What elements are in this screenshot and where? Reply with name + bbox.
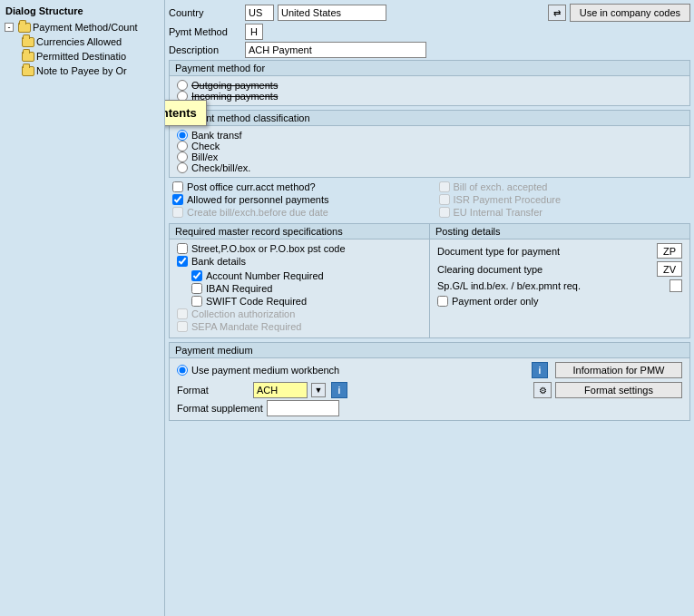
sidebar-item-permitted[interactable]: Permitted Destinatio	[0, 49, 164, 64]
browse-icon: ▼	[315, 386, 323, 395]
format-settings-button[interactable]: Format settings	[555, 382, 682, 398]
swift-checkbox-item[interactable]: SWIFT Code Required	[191, 296, 422, 307]
spgl-checkbox[interactable]	[670, 279, 682, 292]
checkboxes-section: Post office curr.acct method? Allowed fo…	[169, 181, 690, 220]
use-pmw-row: Use payment medium workbench i Informati…	[177, 362, 682, 378]
outgoing-payments-radio-item[interactable]: Outgoing payments	[177, 80, 682, 91]
folder-icon	[18, 21, 31, 34]
payment-method-for-header: Payment method for	[170, 61, 689, 76]
personnel-payments-checkbox[interactable]	[172, 194, 183, 205]
eu-internal-transfer-label: EU Internal Transfer	[454, 207, 542, 218]
format-row: Format ▼ i ⚙ Format settings	[177, 382, 682, 398]
description-row: Description	[169, 42, 690, 58]
note-folder-icon	[22, 64, 34, 77]
pymt-method-label: Pymt Method	[169, 26, 241, 37]
transfer-icon: ⇄	[553, 8, 561, 18]
post-office-checkbox[interactable]	[172, 181, 183, 192]
format-input[interactable]	[253, 382, 308, 398]
bank-details-sub: Account Number Required IBAN Required SW…	[177, 270, 422, 307]
payment-method-for-content: Outgoing payments Incoming payments	[170, 76, 689, 105]
sidebar-label-note: Note to Payee by Or	[36, 65, 127, 76]
bank-transf-radio-item[interactable]: Bank transf	[177, 130, 682, 141]
payment-method-for-panel: Payment method for Outgoing payments Inc…	[169, 60, 690, 106]
doc-type-payment-label: Document type for payment	[437, 246, 657, 257]
eu-internal-transfer-checkbox-item: EU Internal Transfer	[439, 207, 688, 218]
check-label: Check	[191, 141, 220, 152]
personnel-payments-checkbox-item[interactable]: Allowed for personnel payments	[172, 194, 421, 205]
account-number-checkbox-item[interactable]: Account Number Required	[191, 270, 422, 281]
account-number-checkbox[interactable]	[191, 270, 202, 281]
collection-auth-checkbox[interactable]	[177, 308, 188, 319]
incoming-payments-radio-item[interactable]: Incoming payments	[177, 91, 682, 102]
country-name-input[interactable]	[278, 5, 386, 21]
post-office-checkbox-item[interactable]: Post office curr.acct method?	[172, 181, 421, 192]
outgoing-radio[interactable]	[177, 80, 188, 91]
check-bill-ex-radio[interactable]	[177, 162, 188, 173]
sidebar-label-currencies: Currencies Allowed	[36, 36, 122, 47]
check-bill-ex-radio-item[interactable]: Check/bill/ex.	[177, 162, 682, 173]
swift-checkbox[interactable]	[191, 296, 202, 307]
format-settings-icon-btn[interactable]: ⚙	[533, 382, 552, 398]
bank-details-checkbox[interactable]	[177, 256, 188, 267]
create-bill-checkbox[interactable]	[172, 207, 183, 218]
account-number-label: Account Number Required	[206, 270, 324, 281]
use-in-company-button[interactable]: Use in company codes	[570, 4, 690, 22]
bank-transf-label: Bank transf	[191, 130, 242, 141]
payment-order-only-label: Payment order only	[452, 296, 538, 307]
use-pmw-radio-group: Use payment medium workbench	[177, 365, 524, 376]
iban-checkbox[interactable]	[191, 283, 202, 294]
sidebar-item-currencies[interactable]: Currencies Allowed	[0, 34, 164, 49]
info-for-pmw-button[interactable]: Information for PMW	[555, 362, 682, 378]
payment-order-only-checkbox[interactable]	[437, 296, 448, 307]
checkboxes-right: Bill of exch. accepted ISR Payment Proce…	[439, 181, 688, 220]
clearing-doc-type-row: Clearing document type	[437, 261, 682, 277]
isr-payment-checkbox-item: ISR Payment Procedure	[439, 194, 688, 205]
street-po-checkbox[interactable]	[177, 243, 188, 254]
check-radio-item[interactable]: Check	[177, 141, 682, 152]
payment-order-only-item[interactable]: Payment order only	[437, 296, 682, 307]
sidebar-item-note-to-payee[interactable]: Note to Payee by Or	[0, 64, 164, 78]
sepa-mandate-label: SEPA Mandate Required	[191, 321, 301, 332]
collection-auth-label: Collection authorization	[191, 308, 295, 319]
classification-panel: Payment method classification Bank trans…	[169, 110, 690, 178]
tree-collapse-icon: -	[4, 21, 16, 34]
sidebar-label-payment-method: Payment Method/Count	[33, 22, 138, 33]
bank-transf-radio[interactable]	[177, 130, 188, 141]
format-label: Format	[177, 385, 249, 396]
bank-details-checkbox-item[interactable]: Bank details	[177, 256, 422, 267]
company-codes-icon-btn[interactable]: ⇄	[548, 5, 566, 21]
description-input[interactable]	[245, 42, 426, 58]
street-po-label: Street,P.O.box or P.O.box pst code	[191, 243, 346, 254]
settings-icon: ⚙	[539, 386, 547, 396]
format-info-icon[interactable]: i	[331, 382, 347, 398]
country-label: Country	[169, 7, 241, 18]
isr-payment-checkbox[interactable]	[439, 194, 450, 205]
check-radio[interactable]	[177, 141, 188, 152]
swift-label: SWIFT Code Required	[206, 296, 307, 307]
format-supplement-input[interactable]	[267, 400, 339, 416]
isr-payment-label: ISR Payment Procedure	[454, 194, 562, 205]
bill-ex-radio-item[interactable]: Bill/ex	[177, 152, 682, 162]
sepa-mandate-checkbox[interactable]	[177, 321, 188, 332]
doc-type-payment-row: Document type for payment	[437, 243, 682, 259]
iban-checkbox-item[interactable]: IBAN Required	[191, 283, 422, 294]
format-browse-icon[interactable]: ▼	[311, 383, 326, 397]
bill-ex-radio[interactable]	[177, 152, 188, 162]
country-code-input[interactable]	[245, 5, 274, 21]
bill-exch-accepted-checkbox[interactable]	[439, 181, 450, 192]
bill-exch-accepted-label: Bill of exch. accepted	[454, 181, 548, 192]
format-supplement-label: Format supplement	[177, 403, 263, 414]
eu-internal-transfer-checkbox[interactable]	[439, 207, 450, 218]
street-po-checkbox-item[interactable]: Street,P.O.box or P.O.box pst code	[177, 243, 422, 254]
clearing-doc-type-label: Clearing document type	[437, 264, 657, 275]
spgl-label: Sp.G/L ind.b/ex. / b/ex.pmnt req.	[437, 280, 670, 291]
clearing-doc-type-input[interactable]	[657, 261, 682, 277]
bank-details-label: Bank details	[191, 256, 246, 267]
doc-type-payment-input[interactable]	[657, 243, 682, 259]
country-row: Country ⇄ Use in company codes	[169, 4, 690, 22]
sidebar-item-payment-method[interactable]: - Payment Method/Count	[0, 20, 164, 34]
personnel-payments-label: Allowed for personnel payments	[187, 194, 329, 205]
use-pmw-radio[interactable]	[177, 365, 188, 376]
pymt-method-input[interactable]	[245, 24, 263, 40]
info-pmw-icon[interactable]: i	[532, 362, 548, 378]
